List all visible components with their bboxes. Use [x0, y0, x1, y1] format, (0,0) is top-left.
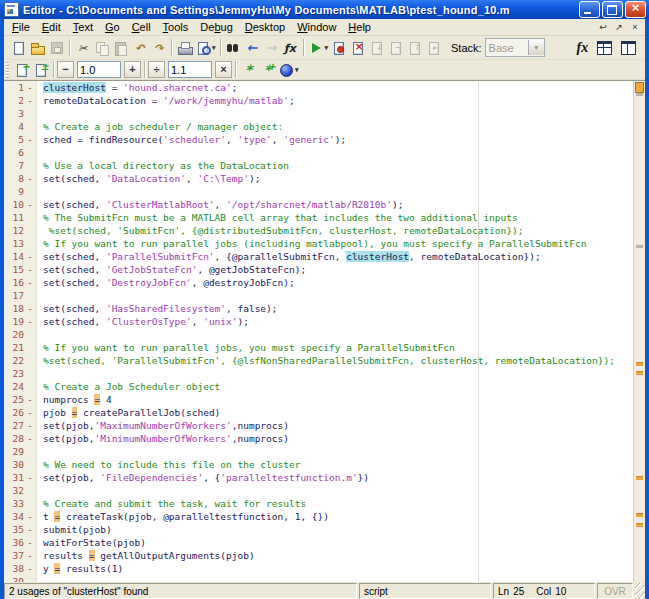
line-number-gutter[interactable]: 24 — [4, 380, 37, 393]
line-number-gutter[interactable]: 30 — [4, 458, 37, 471]
print-button[interactable] — [175, 38, 194, 58]
line-number-gutter[interactable]: 38- — [4, 562, 37, 575]
line-number-gutter[interactable]: 12 — [4, 224, 37, 237]
line-number-gutter[interactable]: 15- — [4, 263, 37, 276]
increase-value-button[interactable]: + — [124, 61, 141, 78]
code-text[interactable]: set(pjob,'MinimumNumberOfWorkers',numpro… — [37, 432, 289, 445]
code-line[interactable]: 13% If you want to run parallel jobs (in… — [4, 237, 634, 250]
open-file-button[interactable] — [28, 38, 47, 58]
dock-icon[interactable]: ↩ — [597, 22, 609, 32]
code-text[interactable]: set(sched, 'GetJobStateFcn', @getJobStat… — [37, 263, 306, 276]
mlint-orange-tick[interactable] — [636, 523, 643, 527]
menu-debug[interactable]: Debug — [194, 20, 238, 35]
cut-button[interactable]: ✂ — [73, 38, 92, 58]
code-line[interactable]: 25-numprocs = 4 — [4, 393, 634, 406]
code-text[interactable]: pjob = createParallelJob(sched) — [37, 406, 220, 419]
evaluate-cell-and-advance-button[interactable]: *+ — [258, 60, 277, 80]
code-line[interactable]: 39 — [4, 575, 634, 582]
title-bar[interactable]: Editor - C:\Documents and Settings\Jemmy… — [0, 0, 649, 19]
code-line[interactable]: 4% Create a job scheduler / manager obje… — [4, 120, 634, 133]
code-text[interactable] — [37, 185, 43, 198]
line-number-gutter[interactable]: 6 — [4, 146, 37, 159]
code-line[interactable]: 37-results = getAllOutputArguments(pjob) — [4, 549, 634, 562]
code-line[interactable]: 36-waitForState(pjob) — [4, 536, 634, 549]
code-line[interactable]: 27-set(pjob,'MaximumNumberOfWorkers',num… — [4, 419, 634, 432]
menu-tools[interactable]: Tools — [157, 20, 195, 35]
code-text[interactable] — [37, 575, 43, 582]
code-text[interactable]: set(sched, 'ParallelSubmitFcn', {@parall… — [37, 250, 541, 263]
mlint-message-bar[interactable] — [633, 81, 645, 582]
code-line[interactable]: 31-set(pjob, 'FileDependencies', {'paral… — [4, 471, 634, 484]
line-number-gutter[interactable]: 14- — [4, 250, 37, 263]
code-text[interactable]: set(sched, 'DestroyJobFcn', @destroyJobF… — [37, 276, 295, 289]
line-number-gutter[interactable]: 3 — [4, 107, 37, 120]
evaluate-cell-button[interactable]: * — [239, 60, 258, 80]
line-number-gutter[interactable]: 25- — [4, 393, 37, 406]
line-number-gutter[interactable]: 17 — [4, 289, 37, 302]
code-text[interactable]: clusterHost = 'hound.sharcnet.ca'; — [37, 81, 238, 94]
line-number-gutter[interactable]: 28- — [4, 432, 37, 445]
line-number-gutter[interactable]: 23 — [4, 367, 37, 380]
code-text[interactable] — [37, 328, 43, 341]
code-line[interactable]: 30% We need to include this file on the … — [4, 458, 634, 471]
code-line[interactable]: 22%set(sched, 'ParallelSubmitFcn', {@lsf… — [4, 354, 634, 367]
line-number-gutter[interactable]: 9 — [4, 185, 37, 198]
code-text[interactable]: results = getAllOutputArguments(pjob) — [37, 549, 255, 562]
go-back-button[interactable]: ← — [243, 38, 262, 58]
increment-value-input[interactable] — [77, 61, 121, 78]
mlint-orange-tick[interactable] — [636, 476, 643, 480]
clear-all-breakpoints-button[interactable] — [348, 38, 367, 58]
line-number-gutter[interactable]: 35- — [4, 523, 37, 536]
minimize-button[interactable] — [579, 1, 600, 18]
line-number-gutter[interactable]: 37- — [4, 549, 37, 562]
decrease-value-button[interactable]: − — [57, 61, 74, 78]
close-button[interactable] — [625, 1, 646, 18]
menu-text[interactable]: Text — [67, 20, 99, 35]
insert-function-button[interactable]: fx — [571, 39, 595, 57]
set-clear-breakpoint-button[interactable] — [329, 38, 348, 58]
divide-value-button[interactable]: ÷ — [148, 61, 165, 78]
code-line[interactable]: 19-set(sched, 'ClusterOsType', 'unix'); — [4, 315, 634, 328]
line-number-gutter[interactable]: 10- — [4, 198, 37, 211]
line-number-gutter[interactable]: 13 — [4, 237, 37, 250]
line-number-gutter[interactable]: 16- — [4, 276, 37, 289]
code-text[interactable]: sched = findResource('scheduler', 'type'… — [37, 133, 346, 146]
code-text[interactable]: % Create a job scheduler / manager objec… — [37, 120, 283, 133]
resize-grip[interactable] — [635, 583, 645, 599]
code-text[interactable]: % The SubmitFcn must be a MATLAB cell ar… — [37, 211, 518, 224]
line-number-gutter[interactable]: 33 — [4, 497, 37, 510]
mlint-grey-tick[interactable] — [636, 93, 643, 96]
code-text[interactable]: % Create a Job Scheduler object — [37, 380, 220, 393]
menu-desktop[interactable]: Desktop — [239, 20, 291, 35]
code-line[interactable]: 6 — [4, 146, 634, 159]
line-number-gutter[interactable]: 5- — [4, 133, 37, 146]
code-text[interactable]: % Create and submit the task, wait for r… — [37, 497, 306, 510]
code-line[interactable]: 28-set(pjob,'MinimumNumberOfWorkers',num… — [4, 432, 634, 445]
code-text[interactable]: %set(sched, 'ParallelSubmitFcn', {@lsfNo… — [37, 354, 615, 367]
line-number-gutter[interactable]: 34- — [4, 510, 37, 523]
code-line[interactable]: 32 — [4, 484, 634, 497]
line-number-gutter[interactable]: 7 — [4, 159, 37, 172]
line-number-gutter[interactable]: 39 — [4, 575, 37, 582]
chevron-down-icon[interactable]: ▼ — [528, 40, 544, 55]
code-line[interactable]: 8-set(sched, 'DataLocation', 'C:\Temp'); — [4, 172, 634, 185]
line-number-gutter[interactable]: 36- — [4, 536, 37, 549]
code-line[interactable]: 5-sched = findResource('scheduler', 'typ… — [4, 133, 634, 146]
print-preview-button[interactable]: ▾ — [194, 38, 217, 58]
code-line[interactable]: 15-set(sched, 'GetJobStateFcn', @getJobS… — [4, 263, 634, 276]
line-number-gutter[interactable]: 8- — [4, 172, 37, 185]
menu-go[interactable]: Go — [99, 20, 126, 35]
code-line[interactable]: 18-set(sched, 'HasSharedFilesystem', fal… — [4, 302, 634, 315]
code-text[interactable]: submit(pjob) — [37, 523, 112, 536]
code-line[interactable]: 14-set(sched, 'ParallelSubmitFcn', {@par… — [4, 250, 634, 263]
menu-help[interactable]: Help — [342, 20, 377, 35]
code-line[interactable]: 38-y = results(1) — [4, 562, 634, 575]
maximize-button[interactable] — [602, 1, 623, 18]
redo-button[interactable]: ↷ — [149, 38, 168, 58]
code-area[interactable]: 1-clusterHost = 'hound.sharcnet.ca';2-re… — [4, 81, 634, 582]
insert-cell-dividers-around-button[interactable]: ± — [31, 60, 50, 80]
code-text[interactable] — [37, 367, 43, 380]
line-number-gutter[interactable]: 18- — [4, 302, 37, 315]
code-text[interactable]: y = results(1) — [37, 562, 123, 575]
find-button[interactable] — [224, 38, 243, 58]
